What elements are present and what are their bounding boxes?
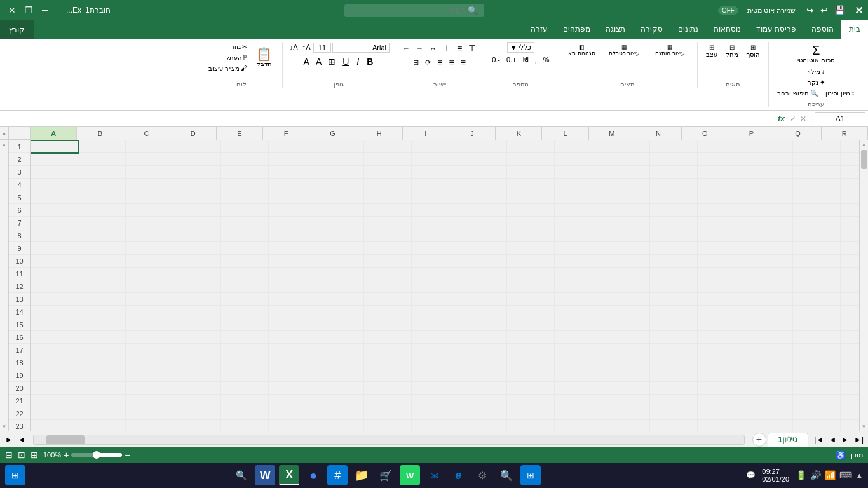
cell-C15[interactable] <box>126 318 173 331</box>
col-header-A[interactable]: A <box>31 127 77 140</box>
cell-F19[interactable] <box>269 369 316 382</box>
cell-G12[interactable] <box>316 280 364 293</box>
cell-L7[interactable] <box>555 217 602 229</box>
taskbar-word-btn[interactable]: W <box>255 465 275 485</box>
cell-I5[interactable] <box>412 191 459 204</box>
cell-F20[interactable] <box>269 382 316 395</box>
cell-B1[interactable] <box>78 140 126 153</box>
cell-L17[interactable] <box>555 344 602 356</box>
cell-R1[interactable] <box>841 140 859 153</box>
cell-L12[interactable] <box>555 280 602 293</box>
cell-J7[interactable] <box>459 217 507 229</box>
cell-Q5[interactable] <box>793 191 841 204</box>
row-num-12[interactable]: 12 <box>9 280 30 293</box>
cell-J11[interactable] <box>459 268 507 280</box>
cell-L20[interactable] <box>555 382 602 395</box>
percent-btn[interactable]: % <box>541 55 552 65</box>
cell-P19[interactable] <box>745 369 793 382</box>
cell-A7[interactable] <box>31 217 78 229</box>
delete-cells-btn[interactable]: ⊟ מחק <box>722 42 742 60</box>
cell-Q13[interactable] <box>793 293 841 306</box>
cell-B3[interactable] <box>78 166 126 179</box>
cell-K14[interactable] <box>507 306 555 318</box>
cell-D4[interactable] <box>173 179 221 191</box>
cell-E23[interactable] <box>221 420 269 431</box>
cell-N12[interactable] <box>650 280 698 293</box>
cell-K8[interactable] <box>507 229 555 242</box>
align-left-btn[interactable]: ≡ <box>435 56 445 69</box>
comma-btn[interactable]: , <box>532 55 539 65</box>
cell-N15[interactable] <box>650 318 698 331</box>
cell-R10[interactable] <box>841 255 859 268</box>
cell-C12[interactable] <box>126 280 173 293</box>
number-format-dropdown[interactable]: כללי ▼ <box>507 42 534 53</box>
cell-P2[interactable] <box>745 153 793 166</box>
cell-M7[interactable] <box>602 217 650 229</box>
cell-P21[interactable] <box>745 395 793 407</box>
cell-D18[interactable] <box>173 356 221 369</box>
cell-F7[interactable] <box>269 217 316 229</box>
align-bottom-btn[interactable]: ⊥ <box>440 42 453 55</box>
tray-up-icon[interactable]: ▲ <box>856 471 863 479</box>
cell-B15[interactable] <box>78 318 126 331</box>
cell-A8[interactable] <box>31 229 78 242</box>
taskbar-edge-btn[interactable]: e <box>448 465 468 485</box>
cell-K5[interactable] <box>507 191 555 204</box>
cell-M1[interactable] <box>602 140 650 153</box>
taskbar-search-btn[interactable]: 🔍 <box>231 465 251 485</box>
cell-I18[interactable] <box>412 356 459 369</box>
select-all-btn[interactable]: ▲ <box>0 127 9 140</box>
confirm-formula-icon[interactable]: ✓ <box>790 114 796 123</box>
cell-E7[interactable] <box>221 217 269 229</box>
cell-I8[interactable] <box>412 229 459 242</box>
cell-G9[interactable] <box>316 242 364 255</box>
cell-E12[interactable] <box>221 280 269 293</box>
cell-N13[interactable] <box>650 293 698 306</box>
cell-C7[interactable] <box>126 217 173 229</box>
cell-Q15[interactable] <box>793 318 841 331</box>
row-num-6[interactable]: 6 <box>9 204 30 217</box>
format-painter-btn[interactable]: 🖌 מצייר עיצוב <box>205 64 250 73</box>
cell-B2[interactable] <box>78 153 126 166</box>
cell-R20[interactable] <box>841 382 859 395</box>
cell-L4[interactable] <box>555 179 602 191</box>
cell-B22[interactable] <box>78 407 126 420</box>
find-btn[interactable]: 🔍 חיפוש ובחר <box>774 88 821 98</box>
cell-G21[interactable] <box>316 395 364 407</box>
cell-B9[interactable] <box>78 242 126 255</box>
align-middle-btn[interactable]: ≡ <box>454 42 465 55</box>
cell-K16[interactable] <box>507 331 555 344</box>
cell-N21[interactable] <box>650 395 698 407</box>
cell-M17[interactable] <box>602 344 650 356</box>
cell-A10[interactable] <box>31 255 78 268</box>
taskbar-chrome-btn[interactable]: ● <box>303 465 323 485</box>
cell-J2[interactable] <box>459 153 507 166</box>
cell-A23[interactable] <box>31 420 78 431</box>
cell-Q4[interactable] <box>793 179 841 191</box>
cell-Q19[interactable] <box>793 369 841 382</box>
cell-K9[interactable] <box>507 242 555 255</box>
sort-btn[interactable]: ↕ מיון וסינון <box>822 88 858 98</box>
cell-H14[interactable] <box>364 306 412 318</box>
cell-E3[interactable] <box>221 166 269 179</box>
cell-R9[interactable] <box>841 242 859 255</box>
up-scroll-icon[interactable]: ▲ <box>2 142 7 147</box>
cell-C3[interactable] <box>126 166 173 179</box>
cell-E15[interactable] <box>221 318 269 331</box>
cell-F21[interactable] <box>269 395 316 407</box>
cell-G18[interactable] <box>316 356 364 369</box>
cell-B18[interactable] <box>78 356 126 369</box>
cell-D13[interactable] <box>173 293 221 306</box>
cell-K21[interactable] <box>507 395 555 407</box>
cell-Q10[interactable] <box>793 255 841 268</box>
cell-F2[interactable] <box>269 153 316 166</box>
row-num-5[interactable]: 5 <box>9 191 30 204</box>
cell-G22[interactable] <box>316 407 364 420</box>
close-btn[interactable]: ✕ <box>5 3 19 17</box>
cell-F18[interactable] <box>269 356 316 369</box>
row-num-4[interactable]: 4 <box>9 179 30 191</box>
cell-E6[interactable] <box>221 204 269 217</box>
row-num-17[interactable]: 17 <box>9 344 30 356</box>
cell-A14[interactable] <box>31 306 78 318</box>
cell-N6[interactable] <box>650 204 698 217</box>
